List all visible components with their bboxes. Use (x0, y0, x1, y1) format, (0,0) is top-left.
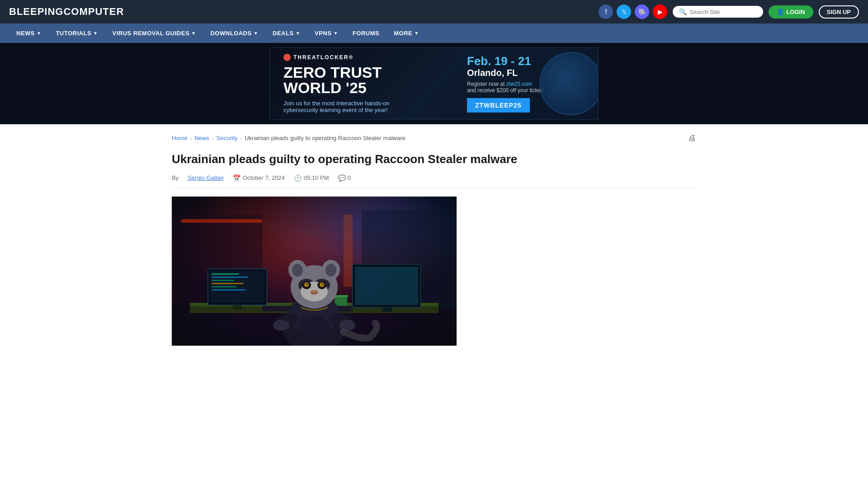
facebook-icon[interactable]: f (599, 5, 613, 19)
comment-icon: 💬 (338, 174, 346, 182)
ad-inner[interactable]: THREATLOCKER® ZERO TRUST WORLD '25 Join … (269, 47, 599, 120)
article-date: October 7, 2024 (243, 174, 285, 181)
nav-downloads[interactable]: DOWNLOADS ▼ (203, 23, 265, 43)
ad-title: ZERO TRUST WORLD '25 (283, 65, 458, 95)
ad-logo: THREATLOCKER® (283, 54, 458, 61)
calendar-icon: 📅 (233, 174, 241, 182)
site-logo[interactable]: BLEEPINGCOMPUTER (9, 6, 124, 18)
breadcrumb-home[interactable]: Home (172, 135, 188, 141)
signup-button[interactable]: SIGN UP (819, 5, 859, 19)
breadcrumb-sep-1: › (190, 136, 192, 141)
chevron-down-icon: ▼ (296, 31, 300, 36)
breadcrumb: Home › News › Security › Ukrainian plead… (172, 133, 696, 143)
breadcrumb-sep-3: › (241, 136, 242, 141)
nav-vpns[interactable]: VPNS ▼ (307, 23, 345, 43)
breadcrumb-news[interactable]: News (194, 135, 209, 141)
ad-register-link[interactable]: ztw25.com (506, 81, 532, 87)
ad-promo-code[interactable]: ZTWBLEEP25 (467, 98, 530, 113)
chevron-down-icon: ▼ (191, 31, 196, 36)
article-hero-image (172, 197, 457, 346)
nav-news[interactable]: NEWS ▼ (9, 23, 48, 43)
chevron-down-icon: ▼ (414, 31, 419, 36)
article-title: Ukrainian pleads guilty to operating Rac… (172, 152, 696, 167)
clock-icon: 🕐 (294, 174, 302, 182)
ad-subtitle: Join us for the most interactive hands-o… (283, 100, 458, 113)
site-header: BLEEPINGCOMPUTER f 𝕏 🐘 ▶ 🔍 👤 LOGIN SIGN … (0, 0, 868, 23)
raccoon-illustration (172, 197, 457, 346)
svg-rect-50 (172, 197, 457, 346)
article-time: 05:10 PM (304, 174, 329, 181)
mastodon-icon[interactable]: 🐘 (635, 5, 649, 19)
content-wrapper: Home › News › Security › Ukrainian plead… (163, 124, 705, 364)
chevron-down-icon: ▼ (93, 31, 98, 36)
breadcrumb-left: Home › News › Security › Ukrainian plead… (172, 135, 406, 141)
breadcrumb-current: Ukrainian pleads guilty to operating Rac… (245, 135, 406, 141)
ad-globe-graphic (539, 52, 599, 115)
article-author[interactable]: Sergiu Gatlan (188, 174, 224, 181)
threatlocker-logo-icon (283, 54, 291, 61)
chevron-down-icon: ▼ (254, 31, 258, 36)
nav-more[interactable]: MORE ▼ (387, 23, 426, 43)
nav-tutorials[interactable]: TUTORIALS ▼ (48, 23, 105, 43)
youtube-icon[interactable]: ▶ (653, 5, 667, 19)
comments-count: 0 (348, 174, 351, 181)
search-box: 🔍 (673, 6, 763, 18)
ad-left: THREATLOCKER® ZERO TRUST WORLD '25 Join … (283, 54, 458, 113)
ad-banner: THREATLOCKER® ZERO TRUST WORLD '25 Join … (0, 43, 868, 124)
article-image-container (172, 197, 457, 346)
nav-forums[interactable]: FORUMS (345, 23, 387, 43)
chevron-down-icon: ▼ (333, 31, 338, 36)
search-icon: 🔍 (679, 8, 687, 15)
login-icon: 👤 (777, 9, 784, 15)
search-input[interactable] (689, 9, 757, 15)
logo-bold: COMPUTER (63, 6, 124, 17)
by-label: By (172, 174, 179, 181)
header-right: f 𝕏 🐘 ▶ 🔍 👤 LOGIN SIGN UP (599, 5, 859, 19)
login-button[interactable]: 👤 LOGIN (769, 5, 813, 19)
breadcrumb-sep-2: › (212, 136, 214, 141)
comments-badge[interactable]: 💬 0 (338, 174, 351, 182)
print-icon[interactable]: 🖨 (688, 133, 696, 143)
article-meta: By Sergiu Gatlan 📅 October 7, 2024 🕐 05:… (172, 174, 696, 188)
twitter-icon[interactable]: 𝕏 (617, 5, 631, 19)
logo-regular: BLEEPING (9, 6, 63, 17)
chevron-down-icon: ▼ (37, 31, 41, 36)
article-date-item: 📅 October 7, 2024 (233, 174, 285, 182)
social-icons: f 𝕏 🐘 ▶ (599, 5, 667, 19)
article-time-item: 🕐 05:10 PM (294, 174, 329, 182)
nav-virus-removal[interactable]: VIRUS REMOVAL GUIDES ▼ (105, 23, 203, 43)
breadcrumb-security[interactable]: Security (217, 135, 238, 141)
nav-deals[interactable]: DEALS ▼ (265, 23, 307, 43)
main-navbar: NEWS ▼ TUTORIALS ▼ VIRUS REMOVAL GUIDES … (0, 23, 868, 43)
